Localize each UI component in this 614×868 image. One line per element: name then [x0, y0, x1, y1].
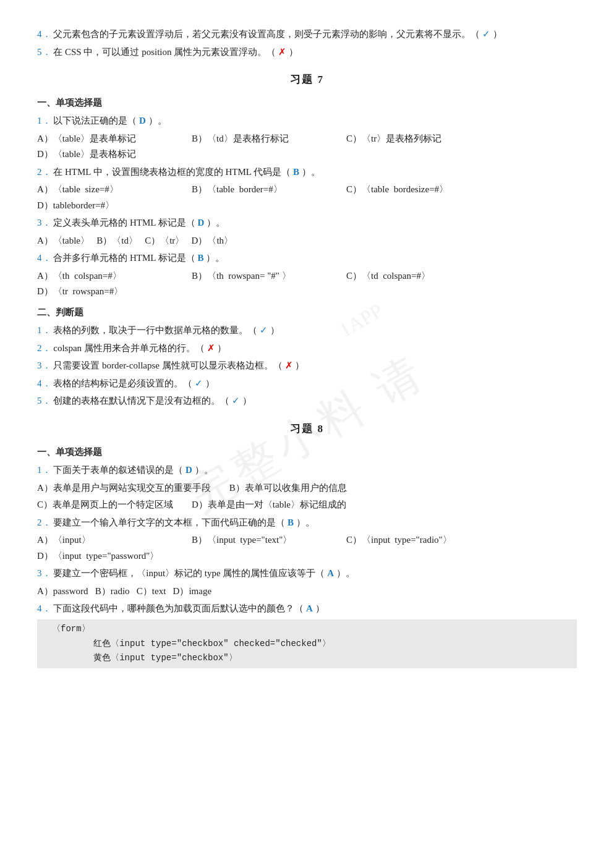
ex7-q4-optB: B）〈th rowspan= "#" 〉: [192, 268, 328, 284]
ex7-q2-answer: B: [293, 167, 299, 177]
ex7-q3-answer: D: [197, 218, 204, 228]
ex7-q1: 1． 以下说法正确的是（ D ）。: [37, 113, 577, 129]
ex7-q4-optC: C）〈td colspan=#〉: [346, 268, 482, 284]
ex7-q2: 2． 在 HTML 中，设置围绕表格边框的宽度的 HTML 代码是（ B ）。: [37, 164, 577, 181]
ex8-q1: 1． 下面关于表单的叙述错误的是（ D ）。: [37, 462, 577, 479]
ex7-q2-options: A）〈table size=#〉 B）〈table border=#〉 C）〈t…: [37, 182, 577, 213]
ex7-q3-options: A）〈table〉 B）〈td〉 C）〈tr〉 D）〈th〉: [37, 233, 577, 249]
ex7-j1: 1． 表格的列数，取决于一行中数据单元格的数量。（ ✓ ）: [37, 323, 577, 339]
ex7-q1-num: 1．: [37, 116, 51, 126]
ex7-j5-num: 5．: [37, 396, 51, 406]
ex7-j4: 4． 表格的结构标记是必须设置的。（ ✓ ）: [37, 376, 577, 392]
ex7-q2-optD: D）tableborder=#〉: [37, 198, 173, 214]
ex8-q4-code: 〈form〉 红色〈input type="checkbox" checked=…: [37, 619, 577, 668]
ex7-q3-optA: A）〈table〉 B）〈td〉 C）〈tr〉 D）〈th〉: [37, 233, 233, 249]
ex7-j1-answer: ✓: [260, 325, 268, 335]
ex8-single-label: 一、单项选择题: [37, 445, 577, 461]
ex7-q4-optD: D）〈tr rowspan=#〉: [37, 284, 173, 300]
ex8-q2-optA: A）〈input〉: [37, 532, 173, 548]
page-content: 4． 父元素包含的子元素设置浮动后，若父元素没有设置高度，则受子元素浮动的影响，…: [37, 27, 577, 668]
ex8-q1-optD: D）表单是由一对〈table〉标记组成的: [192, 497, 346, 513]
ex7-j3-num: 3．: [37, 360, 51, 370]
ex8-title: 习题 8: [37, 420, 577, 438]
ex7-q4-optA: A）〈th colspan=#〉: [37, 268, 173, 284]
prev-num-5: 5．: [37, 47, 51, 57]
ex8-q1-optA: A）表单是用户与网站实现交互的重要手段: [37, 480, 211, 496]
ex7-judge-label: 二、判断题: [37, 305, 577, 321]
ex7-title: 习题 7: [37, 71, 577, 89]
ex7-q1-answer: D: [139, 116, 146, 126]
ex7-j2-num: 2．: [37, 343, 51, 353]
ex8-q2-optB: B）〈input type="text"〉: [192, 532, 328, 548]
ex8-q2-options: A）〈input〉 B）〈input type="text"〉 C）〈input…: [37, 532, 577, 564]
ex8-q4-num: 4．: [37, 603, 51, 613]
ex7-q2-optA: A）〈table size=#〉: [37, 182, 173, 198]
prev-answer-4: ✓: [482, 29, 490, 39]
ex8-q1-optC: C）表单是网页上的一个特定区域: [37, 497, 173, 513]
ex7-q3-num: 3．: [37, 218, 51, 228]
ex7-j2: 2． colspan 属性用来合并单元格的行。（ ✗ ）: [37, 341, 577, 357]
ex7-q2-optB: B）〈table border=#〉: [192, 182, 328, 198]
ex8-q3-optA: A）password B）radio C）text D）image: [37, 584, 211, 600]
ex8-q3-answer: A: [327, 568, 334, 578]
ex7-q3: 3． 定义表头单元格的 HTML 标记是（ D ）。: [37, 215, 577, 231]
ex7-q4: 4． 合并多行单元格的 HTML 标记是（ B ）。: [37, 250, 577, 266]
ex8-q2-num: 2．: [37, 517, 51, 527]
ex7-q1-optD: D）〈table〉是表格标记: [37, 147, 173, 163]
ex7-j2-answer: ✗: [207, 343, 215, 353]
ex8-q2: 2． 要建立一个输入单行文字的文本框，下面代码正确的是（ B ）。: [37, 515, 577, 531]
ex7-j3: 3． 只需要设置 border-collapse 属性就可以显示表格边框。（ ✗…: [37, 358, 577, 374]
text-highlight: text: [152, 586, 166, 596]
ex8-q2-optD: D）〈input type="password"〉: [37, 548, 173, 564]
ex8-q1-num: 1．: [37, 465, 51, 475]
prev-item-4: 4． 父元素包含的子元素设置浮动后，若父元素没有设置高度，则受子元素浮动的影响，…: [37, 27, 577, 43]
ex7-j4-num: 4．: [37, 378, 51, 388]
ex7-single-label: 一、单项选择题: [37, 95, 577, 111]
ex8-q1-answer: D: [185, 465, 192, 475]
ex8-q1-optB: B）表单可以收集用户的信息: [229, 480, 365, 496]
ex7-q4-options: A）〈th colspan=#〉 B）〈th rowspan= "#" 〉 C）…: [37, 268, 577, 300]
ex7-q4-answer: B: [197, 253, 203, 263]
ex8-q3-options: A）password B）radio C）text D）image: [37, 584, 577, 600]
ex7-q2-optC: C）〈table bordesize=#〉: [346, 182, 482, 198]
prev-item-5: 5． 在 CSS 中，可以通过 position 属性为元素设置浮动。（ ✗ ）: [37, 45, 577, 61]
ex8-q3: 3． 要建立一个密码框，〈input〉标记的 type 属性的属性值应该等于（ …: [37, 566, 577, 582]
ex7-j3-answer: ✗: [285, 360, 293, 370]
prev-num-4: 4．: [37, 29, 51, 39]
ex7-q2-num: 2．: [37, 167, 51, 177]
ex7-j1-num: 1．: [37, 325, 51, 335]
prev-answer-5: ✗: [278, 47, 286, 57]
ex8-q3-num: 3．: [37, 568, 51, 578]
ex8-q1-options: A）表单是用户与网站实现交互的重要手段 B）表单可以收集用户的信息 C）表单是网…: [37, 480, 577, 513]
ex8-q2-answer: B: [288, 517, 294, 527]
ex7-j5: 5． 创建的表格在默认情况下是没有边框的。（ ✓ ）: [37, 393, 577, 409]
ex7-q1-optA: A）〈table〉是表单标记: [37, 131, 173, 147]
ex7-q1-optB: B）〈td〉是表格行标记: [192, 131, 328, 147]
ex7-q1-options: A）〈table〉是表单标记 B）〈td〉是表格行标记 C）〈tr〉是表格列标记…: [37, 131, 577, 163]
ex8-q4-answer: A: [306, 603, 313, 613]
ex7-q4-num: 4．: [37, 253, 51, 263]
ex7-j5-answer: ✓: [232, 396, 240, 406]
ex8-q4: 4． 下面这段代码中，哪种颜色为加载页面后默认选中的颜色？（ A ）: [37, 601, 577, 617]
ex7-j4-answer: ✓: [195, 378, 203, 388]
ex8-q2-optC: C）〈input type="radio"〉: [346, 532, 482, 548]
ex7-q1-optC: C）〈tr〉是表格列标记: [346, 131, 482, 147]
